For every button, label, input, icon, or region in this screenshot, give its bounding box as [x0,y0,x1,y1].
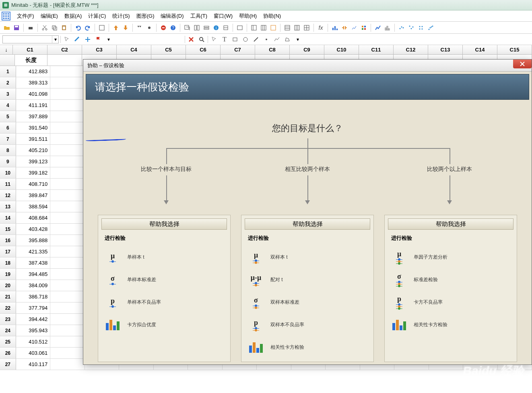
data-cell[interactable] [50,280,85,291]
data-cell[interactable]: 411.191 [16,100,50,111]
column-header[interactable]: C6 [186,45,221,54]
test-option[interactable]: μ单样本 t [101,246,227,268]
flag-icon[interactable] [94,35,103,44]
open-icon[interactable] [2,23,11,32]
column-header[interactable]: C11 [359,45,394,54]
data-cell[interactable] [50,167,85,178]
row-header[interactable]: 21 [0,291,16,302]
data-cell[interactable]: 395.943 [16,325,50,336]
data-cell[interactable]: 403.428 [16,224,50,235]
data-cell[interactable] [50,359,85,370]
data-cell[interactable]: 391.511 [16,134,50,144]
row-header[interactable]: 6 [0,122,16,133]
row-header[interactable]: 25 [0,336,16,347]
data-cell[interactable] [50,314,85,325]
column-header[interactable]: C3 [82,45,117,54]
save-icon[interactable] [12,23,21,32]
data-cell[interactable] [50,179,85,189]
column-header[interactable]: C9 [290,45,324,54]
column-header[interactable]: C10 [324,45,359,54]
test-option[interactable]: p双样本不良品率 [245,313,370,336]
text-icon[interactable]: T [220,35,229,44]
select-icon[interactable] [210,35,219,44]
polygon-icon[interactable] [283,35,292,44]
arrow-up-icon[interactable] [111,23,120,32]
tool5-icon[interactable] [221,23,230,32]
data-cell[interactable] [50,77,85,88]
data-cell[interactable] [50,156,85,167]
column-header[interactable]: C1 [13,45,47,54]
row-header[interactable]: 9 [0,156,16,167]
help-icon[interactable]: ? [169,23,177,32]
data-cell[interactable] [50,348,85,358]
data-cell[interactable]: 403.061 [16,348,50,358]
delete-icon[interactable] [187,35,196,44]
column-header[interactable]: C12 [394,45,428,54]
data-cell[interactable]: 405.210 [16,145,50,156]
data-cell[interactable]: 421.335 [16,246,50,257]
tool2-icon[interactable] [192,23,201,32]
arrow-down-icon[interactable] [121,23,130,32]
scatter2-icon[interactable] [407,23,416,32]
menu-item[interactable]: 工具(T) [187,11,211,21]
column-header[interactable]: C14 [463,45,497,54]
data-cell[interactable]: 377.794 [16,302,50,313]
chart1-icon[interactable] [373,23,382,32]
chart2-icon[interactable] [383,23,392,32]
row-header[interactable]: 23 [0,314,16,325]
row-header[interactable]: 27 [0,359,16,370]
row-header[interactable]: 11 [0,179,16,189]
grid1-icon[interactable] [283,23,292,32]
test-option[interactable]: μ单因子方差分析 [388,246,513,268]
scatter1-icon[interactable] [397,23,406,32]
brush-icon[interactable] [73,35,82,44]
close-button[interactable] [513,60,532,68]
data-cell[interactable]: 389.847 [16,190,50,201]
column-header[interactable]: C15 [497,45,532,54]
data-cell[interactable] [50,269,85,280]
menu-item[interactable]: 数据(A) [61,11,85,21]
data-cell[interactable]: 410.117 [16,359,50,370]
data-cell[interactable]: 395.888 [16,235,50,246]
data-cell[interactable] [50,145,85,156]
row-header[interactable]: 18 [0,257,16,268]
print-icon[interactable] [26,23,35,32]
grid3-icon[interactable] [302,23,311,32]
menu-item[interactable]: 计算(C) [85,11,109,21]
row-header[interactable]: 20 [0,280,16,291]
copy-icon[interactable] [50,23,59,32]
data-cell[interactable] [50,111,85,122]
test-option[interactable]: μ-μ配对 t [245,268,370,291]
grid2-icon[interactable] [293,23,301,32]
data-cell[interactable]: 410.512 [16,336,50,347]
data-cell[interactable] [50,134,85,144]
data-cell[interactable] [50,88,85,99]
menu-item[interactable]: 统计(S) [109,11,133,21]
menu-item[interactable]: 编辑(E) [37,11,61,21]
data-cell[interactable] [50,66,85,77]
data-cell[interactable] [50,325,85,336]
info-icon[interactable]: i [212,23,221,32]
stat1-icon[interactable] [330,23,339,32]
data-cell[interactable]: 386.718 [16,291,50,302]
test-option[interactable]: μ双样本 t [245,246,370,268]
nav2-icon[interactable] [250,23,258,32]
data-cell[interactable] [50,291,85,302]
stat2-icon[interactable] [340,23,349,32]
column-header[interactable]: C7 [221,45,255,54]
row-header[interactable]: 5 [0,111,16,122]
row-header[interactable]: 7 [0,134,16,144]
data-cell[interactable] [50,246,85,257]
pointer-icon[interactable] [62,35,71,44]
test-option[interactable]: σ双样本标准差 [245,291,370,313]
rect-icon[interactable] [231,35,239,44]
data-cell[interactable]: 389.313 [16,77,50,88]
stat4-icon[interactable] [359,23,368,32]
nav4-icon[interactable] [269,23,278,32]
line-icon[interactable] [252,35,260,44]
data-cell[interactable] [50,201,85,212]
cancel-icon[interactable] [159,23,168,32]
row-header[interactable]: 19 [0,269,16,280]
data-cell[interactable]: 397.889 [16,111,50,122]
fx-icon[interactable]: fx [316,23,325,32]
